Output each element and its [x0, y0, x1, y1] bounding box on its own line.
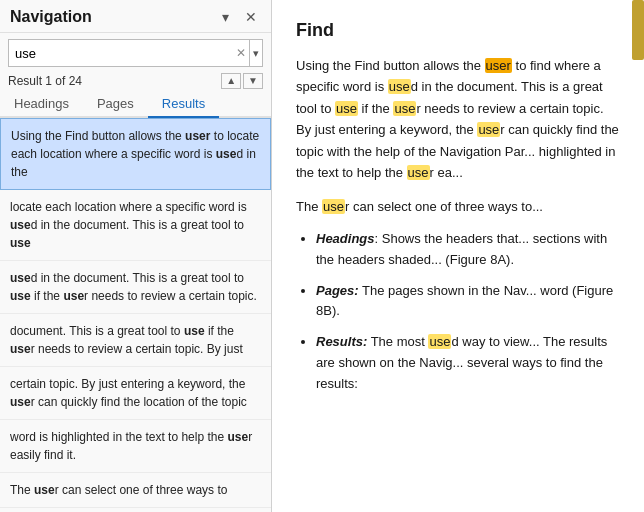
- bullet-item-results: Results: The most used way to view... Th…: [316, 332, 620, 394]
- document-panel: Find Using the Find button allows the us…: [272, 0, 644, 512]
- result-count-row: Result 1 of 24 ▲ ▼: [0, 71, 271, 91]
- result-count-label: Result 1 of 24: [8, 74, 82, 88]
- bullet-item-headings: Headings: Shows the headers that... sect…: [316, 229, 620, 271]
- doc-paragraph-2: The user can select one of three ways to…: [296, 196, 620, 217]
- highlight-word: use: [393, 101, 416, 116]
- bullet-item-pages: Pages: The pages shown in the Nav... wor…: [316, 281, 620, 323]
- highlight-word: use: [335, 101, 358, 116]
- prev-result-button[interactable]: ▲: [221, 73, 241, 89]
- result-item[interactable]: word is highlighted in the text to help …: [0, 420, 271, 473]
- result-nav-buttons: ▲ ▼: [221, 73, 263, 89]
- doc-paragraph: Using the Find button allows the user to…: [296, 55, 620, 184]
- search-options-dropdown[interactable]: ▾: [249, 40, 262, 66]
- doc-title: Find: [296, 20, 620, 41]
- result-item[interactable]: used in the document. This is a great to…: [0, 261, 271, 314]
- bullet-label-pages: Pages:: [316, 283, 359, 298]
- close-button[interactable]: ✕: [241, 8, 261, 26]
- nav-title: Navigation: [10, 8, 92, 26]
- search-input[interactable]: [9, 46, 233, 61]
- navigation-panel: Navigation ▾ ✕ ✕ ▾ Result 1 of 24 ▲ ▼ He…: [0, 0, 272, 512]
- tab-results[interactable]: Results: [148, 91, 219, 118]
- minimize-button[interactable]: ▾: [218, 8, 233, 26]
- highlight-word: use: [477, 122, 500, 137]
- search-clear-button[interactable]: ✕: [233, 46, 249, 60]
- highlight-word: use: [428, 334, 451, 349]
- bullet-list: Headings: Shows the headers that... sect…: [316, 229, 620, 395]
- highlight-word: use: [322, 199, 345, 214]
- tab-headings[interactable]: Headings: [0, 91, 83, 118]
- result-item[interactable]: The user can select one of three ways to: [0, 473, 271, 508]
- doc-body: Using the Find button allows the user to…: [296, 55, 620, 395]
- highlight-word: use: [388, 79, 411, 94]
- scroll-indicator[interactable]: [632, 0, 644, 60]
- bullet-label-headings: Headings: [316, 231, 375, 246]
- next-result-button[interactable]: ▼: [243, 73, 263, 89]
- nav-header-icons: ▾ ✕: [218, 8, 261, 26]
- result-item[interactable]: locate each location where a specific wo…: [0, 190, 271, 261]
- highlight-selected: user: [485, 58, 512, 73]
- result-item[interactable]: document. This is a great tool to use if…: [0, 314, 271, 367]
- nav-header: Navigation ▾ ✕: [0, 0, 271, 33]
- bullet-label-results: Results:: [316, 334, 367, 349]
- search-bar: ✕ ▾: [8, 39, 263, 67]
- highlight-word: use: [407, 165, 430, 180]
- result-item[interactable]: certain topic. By just entering a keywor…: [0, 367, 271, 420]
- tabs-row: Headings Pages Results: [0, 91, 271, 118]
- result-item[interactable]: Using the Find button allows the user to…: [0, 118, 271, 190]
- results-list: Using the Find button allows the user to…: [0, 118, 271, 512]
- tab-pages[interactable]: Pages: [83, 91, 148, 118]
